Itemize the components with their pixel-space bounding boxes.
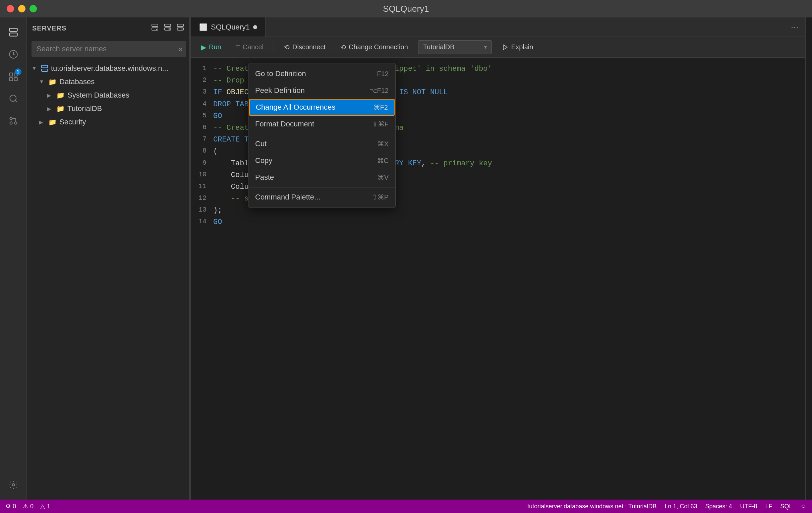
activity-bar: 1 [0,18,27,500]
context-menu-change-all-occurrences[interactable]: Change All Occurrences ⌘F2 [249,99,395,116]
change-connection-button[interactable]: ⟲ Change Connection [336,40,413,54]
db-selector[interactable]: TutorialDB ▾ [418,40,492,54]
goto-definition-shortcut: F12 [377,70,388,78]
activity-git[interactable] [4,111,23,130]
scrollbar-area [805,18,812,500]
context-menu-format-document[interactable]: Format Document ⇧⌘F [249,116,395,133]
minimize-button[interactable] [18,5,26,12]
svg-marker-35 [503,45,507,50]
line-number: 3 [197,86,213,97]
peek-definition-label: Peek Definition [255,86,305,95]
chevron-icon: ▼ [31,65,38,72]
disconnect-btn[interactable] [175,22,185,34]
status-error-count: 0 [13,503,16,510]
system-databases-label: System Databases [67,91,186,99]
cancel-icon: □ [236,43,240,51]
line-number: 4 [197,98,213,109]
svg-rect-20 [165,24,171,27]
context-menu: Go to Definition F12 Peek Definition ⌥F1… [248,63,396,208]
close-button[interactable] [7,5,14,12]
app-body: 1 [0,18,812,500]
warning-icon: ⚠ [23,503,28,510]
line-number: 14 [197,216,213,227]
svg-point-9 [10,95,16,102]
activity-servers[interactable] [4,23,23,41]
disconnect-label: Disconnect [292,43,325,51]
svg-point-14 [12,484,14,486]
security-label: Security [59,118,186,126]
alert-icon: △ [40,503,45,510]
search-input[interactable] [31,41,186,57]
tab-sqlquery1[interactable]: ⬜ SQLQuery1 [191,18,265,36]
maximize-button[interactable] [29,5,37,12]
tab-more-button[interactable]: ··· [784,18,805,36]
databases-label: Databases [59,78,186,86]
context-menu-copy[interactable]: Copy ⌘C [249,152,395,169]
sidebar-actions [150,22,185,34]
context-menu-peek-definition[interactable]: Peek Definition ⌥F12 [249,82,395,99]
line-number: 1 [197,63,213,74]
sidebar-title: SERVERS [32,25,66,32]
format-document-shortcut: ⇧⌘F [372,120,388,128]
status-encoding: UTF-8 [740,503,757,510]
command-palette-label: Command Palette... [255,193,320,201]
status-spaces: Spaces: 4 [705,503,732,510]
status-smiley[interactable]: ☺ [801,503,807,510]
tree-item-system-databases[interactable]: ▶ 📁 System Databases [27,88,191,102]
sidebar: SERVERS [27,18,191,500]
command-palette-shortcut: ⇧⌘P [372,193,388,201]
status-language: SQL [781,503,792,510]
search-clear-btn[interactable]: ✕ [178,46,183,54]
cancel-button[interactable]: □ Cancel [231,40,268,54]
line-number: 12 [197,193,213,203]
peek-definition-shortcut: ⌥F12 [370,86,388,94]
activity-search[interactable] [4,89,23,108]
sidebar-resize-handle[interactable] [189,18,191,500]
line-number: 5 [197,110,213,121]
status-warnings[interactable]: ⚠ 0 [23,503,33,510]
status-settings[interactable]: ⚙ 0 [5,503,16,510]
run-button[interactable]: ▶ Run [197,40,226,54]
activity-settings[interactable] [4,476,23,494]
svg-rect-26 [177,24,183,27]
status-alerts[interactable]: △ 1 [40,503,50,510]
status-alert-count: 1 [47,503,50,510]
change-all-occurrences-shortcut: ⌘F2 [374,103,388,111]
run-label: Run [209,43,221,51]
line-content: GO [213,216,800,228]
chevron-icon: ▶ [39,119,46,125]
run-icon: ▶ [201,43,206,51]
file-icon: ⬜ [199,23,207,31]
cut-label: Cut [255,140,266,148]
svg-rect-1 [9,33,17,36]
chevron-icon: ▼ [39,79,46,85]
svg-rect-7 [9,78,12,81]
title-bar: SQLQuery1 [0,0,812,18]
copy-shortcut: ⌘C [377,156,388,165]
activity-connections[interactable]: 1 [4,67,23,86]
disconnect-button[interactable]: ⟲ Disconnect [279,40,330,54]
copy-label: Copy [255,156,272,165]
context-menu-separator-1 [249,134,395,134]
line-number: 9 [197,158,213,168]
context-menu-command-palette[interactable]: Command Palette... ⇧⌘P [249,189,395,205]
tree-item-server[interactable]: ▼ tutorialserver.database.windows.n... [27,62,191,75]
svg-rect-15 [152,24,158,27]
add-connection-btn[interactable] [163,22,173,34]
new-connection-btn[interactable] [150,22,160,34]
activity-history[interactable] [4,45,23,64]
context-menu-goto-definition[interactable]: Go to Definition F12 [249,65,395,82]
context-menu-cut[interactable]: Cut ⌘X [249,136,395,152]
goto-definition-label: Go to Definition [255,69,306,78]
window-title: SQLQuery1 [383,4,429,14]
paste-label: Paste [255,173,274,182]
status-line-ending: LF [765,503,773,510]
status-left: ⚙ 0 ⚠ 0 △ 1 [5,503,50,510]
tree-item-tutorialdb[interactable]: ▶ 📁 TutorialDB [27,102,191,115]
server-icon [41,65,48,72]
explain-button[interactable]: Explain [497,40,538,54]
tree-item-security[interactable]: ▶ 📁 Security [27,115,191,129]
explain-icon [502,44,509,51]
context-menu-paste[interactable]: Paste ⌘V [249,169,395,186]
tree-item-databases[interactable]: ▼ 📁 Databases [27,75,191,88]
